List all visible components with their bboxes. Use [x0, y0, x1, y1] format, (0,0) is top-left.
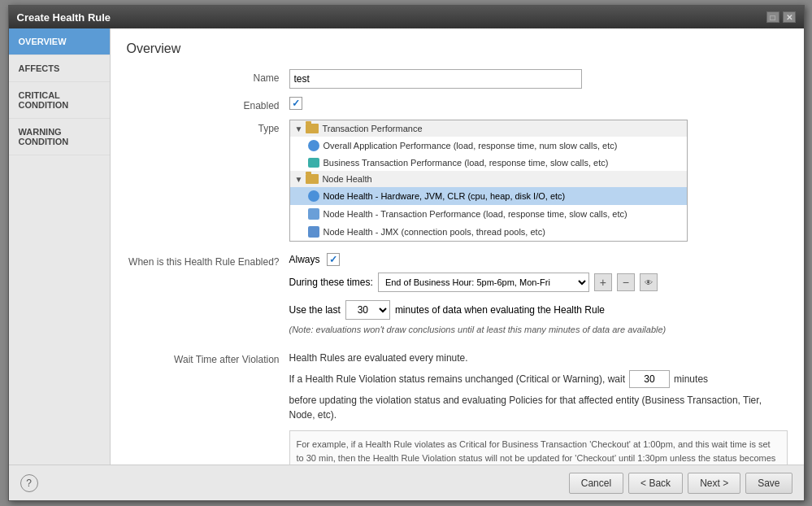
dialog-footer: ? Cancel < Back Next > Save — [9, 465, 804, 500]
during-times-row: During these times: End of Business Hour… — [289, 273, 788, 292]
sidebar: OVERVIEW AFFECTS CRITICAL CONDITION WARN… — [9, 28, 111, 465]
item-icon-node-jmx — [308, 226, 319, 238]
name-row: Name — [127, 69, 788, 89]
dialog-titlebar: Create Health Rule □ ✕ — [9, 6, 804, 28]
wait-desc1: Health Rules are evaluated every minute. — [289, 351, 788, 365]
note-text: (Note: evaluations won't draw conclusion… — [289, 325, 788, 334]
group-label-2: Node Health — [322, 174, 371, 184]
enabled-checkbox[interactable] — [289, 97, 302, 110]
cancel-button[interactable]: Cancel — [569, 473, 623, 494]
use-last-suffix: minutes of data when evaluating the Heal… — [395, 304, 605, 316]
wait-time-label: Wait Time after Violation — [127, 351, 289, 365]
wait-desc3: minutes — [674, 372, 708, 386]
folder-icon-1 — [306, 124, 319, 133]
group-transaction-performance: ▼ Transaction Performance — [290, 120, 687, 137]
titlebar-controls: □ ✕ — [766, 11, 796, 23]
main-content: Overview Name Enabled Type — [111, 28, 804, 465]
group-arrow-1: ▼ — [295, 124, 303, 133]
type-row: Type ▼ Transaction Performance Overall A… — [127, 120, 788, 242]
item-icon-biz-tx-perf — [308, 158, 319, 168]
enabled-label: Enabled — [127, 97, 289, 111]
wait-desc4: before updating the violation status and… — [289, 393, 788, 422]
next-button[interactable]: Next > — [688, 473, 740, 494]
name-input[interactable] — [289, 69, 582, 89]
always-label: Always — [289, 254, 320, 265]
dialog-title: Create Health Rule — [17, 11, 111, 24]
section-title: Overview — [127, 41, 788, 56]
type-item-node-tx-perf[interactable]: Node Health - Transaction Performance (l… — [290, 205, 687, 223]
wait-minutes-input[interactable] — [629, 370, 670, 388]
wait-time-content: Health Rules are evaluated every minute.… — [289, 351, 788, 465]
minimize-button[interactable]: □ — [766, 11, 779, 23]
type-item-node-hw[interactable]: Node Health - Hardware, JVM, CLR (cpu, h… — [290, 187, 687, 205]
always-row: Always — [289, 253, 788, 266]
item-icon-node-hw — [308, 190, 319, 202]
item-label-app-perf: Overall Application Performance (load, r… — [323, 141, 618, 150]
dialog-body: OVERVIEW AFFECTS CRITICAL CONDITION WARN… — [9, 28, 804, 465]
wait-time-row: Wait Time after Violation Health Rules a… — [127, 351, 788, 465]
item-label-biz-tx-perf: Business Transaction Performance (load, … — [323, 158, 609, 168]
item-label-node-hw: Node Health - Hardware, JVM, CLR (cpu, h… — [323, 191, 566, 201]
type-item-app-perf[interactable]: Overall Application Performance (load, r… — [290, 137, 687, 155]
close-button[interactable]: ✕ — [783, 11, 796, 23]
item-label-node-tx-perf: Node Health - Transaction Performance (l… — [323, 209, 627, 219]
help-button[interactable]: ? — [20, 474, 38, 492]
when-enabled-row: When is this Health Rule Enabled? Always… — [127, 253, 788, 342]
group-arrow-2: ▼ — [295, 175, 303, 184]
type-list[interactable]: ▼ Transaction Performance Overall Applic… — [289, 120, 688, 242]
enabled-row: Enabled — [127, 97, 788, 111]
during-times-dropdown[interactable]: End of Business Hour: 5pm-6pm, Mon-Fri — [378, 273, 589, 292]
type-item-biz-tx-perf[interactable]: Business Transaction Performance (load, … — [290, 155, 687, 171]
help-icon: ? — [26, 478, 32, 489]
group-node-health: ▼ Node Health — [290, 171, 687, 187]
group-label-1: Transaction Performance — [322, 124, 422, 133]
sidebar-item-warning-condition[interactable]: WARNING CONDITION — [9, 119, 110, 155]
item-icon-app-perf — [308, 140, 319, 151]
back-button[interactable]: < Back — [628, 473, 683, 494]
name-label: Name — [127, 69, 289, 84]
create-health-rule-dialog: Create Health Rule □ ✕ OVERVIEW AFFECTS … — [8, 5, 805, 501]
item-label-node-jmx: Node Health - JMX (connection pools, thr… — [323, 227, 545, 237]
type-item-node-jmx[interactable]: Node Health - JMX (connection pools, thr… — [290, 223, 687, 241]
sidebar-item-affects[interactable]: AFFECTS — [9, 55, 110, 82]
use-last-row: Use the last 30 minutes of data when eva… — [289, 300, 788, 320]
save-button[interactable]: Save — [745, 473, 792, 494]
wait-desc2-row: If a Health Rule Violation status remain… — [289, 370, 788, 388]
use-last-dropdown[interactable]: 30 — [345, 300, 390, 320]
type-label: Type — [127, 120, 289, 134]
item-icon-node-tx-perf — [308, 208, 319, 220]
folder-icon-2 — [306, 174, 319, 184]
add-time-button[interactable]: + — [594, 273, 612, 291]
during-times-label: During these times: — [289, 277, 373, 288]
sidebar-item-critical-condition[interactable]: CRITICAL CONDITION — [9, 82, 110, 119]
sidebar-item-overview[interactable]: OVERVIEW — [9, 28, 110, 55]
wait-desc2: If a Health Rule Violation status remain… — [289, 372, 626, 386]
remove-time-button[interactable]: − — [617, 273, 635, 291]
view-time-button[interactable]: 👁 — [640, 273, 658, 291]
when-enabled-label: When is this Health Rule Enabled? — [127, 253, 289, 268]
always-checkbox[interactable] — [327, 253, 340, 266]
example-text: For example, if a Health Rule violates a… — [289, 430, 788, 465]
name-value — [289, 69, 788, 89]
use-last-label: Use the last — [289, 304, 341, 316]
